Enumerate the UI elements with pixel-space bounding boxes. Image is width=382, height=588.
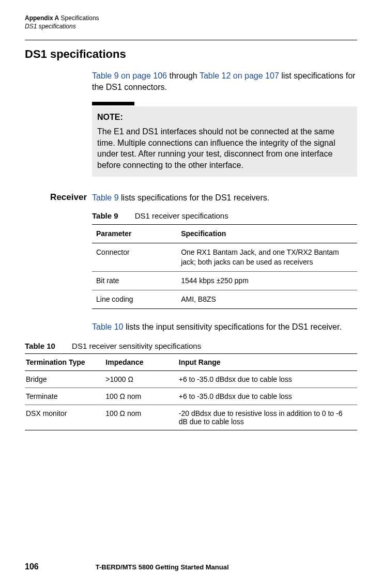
table10-header-imp: Impedance <box>104 354 177 371</box>
receiver-content: Table 9 lists specifications for the DS1… <box>92 192 357 332</box>
table10-cell-term: Bridge <box>25 371 104 388</box>
table10-header-term: Termination Type <box>25 354 104 371</box>
section-heading: DS1 specifications <box>25 48 357 61</box>
note-content: NOTE: The E1 and DS1 interfaces should n… <box>92 106 357 177</box>
table-header-row: Parameter Specification <box>92 225 357 243</box>
intro-mid: through <box>167 71 200 80</box>
table-row: Line coding AMI, B8ZS <box>92 290 357 308</box>
table9-cell-spec: AMI, B8ZS <box>177 290 357 308</box>
table-row: Bridge >1000 Ω +6 to -35.0 dBdsx due to … <box>25 371 357 388</box>
link-table10[interactable]: Table 10 <box>92 322 124 331</box>
note-box: NOTE: The E1 and DS1 interfaces should n… <box>92 102 357 177</box>
table-row: Bit rate 1544 kbps ±250 ppm <box>92 271 357 290</box>
table9-caption-label: Table 9 <box>92 211 118 220</box>
table9-cell-param: Line coding <box>92 290 177 308</box>
table10-caption-label: Table 10 <box>25 342 55 350</box>
intro-paragraph: Table 9 on page 106 through Table 12 on … <box>92 70 357 92</box>
table9-caption: Table 9 DS1 receiver specifications <box>92 211 357 221</box>
link-table9[interactable]: Table 9 on page 106 <box>92 71 167 80</box>
link-table12[interactable]: Table 12 on page 107 <box>200 71 279 80</box>
table10-cell-range: +6 to -35.0 dBdsx due to cable loss <box>178 388 357 405</box>
table9-cell-spec: 1544 kbps ±250 ppm <box>177 271 357 290</box>
table9-header-param: Parameter <box>92 225 177 243</box>
note-marker-icon <box>92 102 134 105</box>
table10-caption: Table 10 DS1 receiver sensitivity specif… <box>25 342 357 350</box>
note-text: The E1 and DS1 interfaces should not be … <box>97 126 352 171</box>
receiver-intro-rest: lists specifications for the DS1 receive… <box>119 193 270 202</box>
appendix-label: Appendix A <box>25 14 59 22</box>
table10-cell-range: -20 dBdsx due to resistive loss in addit… <box>178 405 357 430</box>
section-divider <box>25 40 357 40</box>
note-label: NOTE: <box>97 112 352 123</box>
table-header-row: Termination Type Impedance Input Range <box>25 354 357 371</box>
table-row: Connector One RX1 Bantam Jack, and one T… <box>92 243 357 272</box>
after-table9-rest: lists the input sensitivity specificatio… <box>124 322 342 331</box>
table-row: Terminate 100 Ω nom +6 to -35.0 dBdsx du… <box>25 388 357 405</box>
table10-cell-imp: 100 Ω nom <box>104 388 177 405</box>
table-row: DSX monitor 100 Ω nom -20 dBdsx due to r… <box>25 405 357 430</box>
header-subtitle: DS1 specifications <box>25 23 357 31</box>
table10-caption-text: DS1 receiver sensitivity specifications <box>72 342 201 350</box>
after-table9-paragraph: Table 10 lists the input sensitivity spe… <box>92 321 357 333</box>
table10-cell-range: +6 to -35.0 dBdsx due to cable loss <box>178 371 357 388</box>
table9-cell-spec: One RX1 Bantam Jack, and one TX/RX2 Bant… <box>177 243 357 272</box>
link-table9-inline[interactable]: Table 9 <box>92 193 119 202</box>
table10-cell-imp: >1000 Ω <box>104 371 177 388</box>
footer-manual-title: T-BERD/MTS 5800 Getting Started Manual <box>96 563 229 571</box>
table10-header-range: Input Range <box>178 354 357 371</box>
table9-header-spec: Specification <box>177 225 357 243</box>
table10-cell-term: Terminate <box>25 388 104 405</box>
page-header: Appendix A Specifications DS1 specificat… <box>25 14 357 30</box>
table9: Parameter Specification Connector One RX… <box>92 224 357 308</box>
receiver-subsection: Receiver Table 9 lists specifications fo… <box>25 192 357 332</box>
table10-cell-term: DSX monitor <box>25 405 104 430</box>
page-number: 106 <box>25 562 39 571</box>
table10-section: Table 10 DS1 receiver sensitivity specif… <box>25 342 357 430</box>
table9-caption-text: DS1 receiver specifications <box>135 211 228 220</box>
receiver-label: Receiver <box>25 192 92 332</box>
table9-cell-param: Connector <box>92 243 177 272</box>
table10-cell-imp: 100 Ω nom <box>104 405 177 430</box>
table9-cell-param: Bit rate <box>92 271 177 290</box>
page-footer: 106 T-BERD/MTS 5800 Getting Started Manu… <box>25 562 357 571</box>
table10: Termination Type Impedance Input Range B… <box>25 353 357 430</box>
